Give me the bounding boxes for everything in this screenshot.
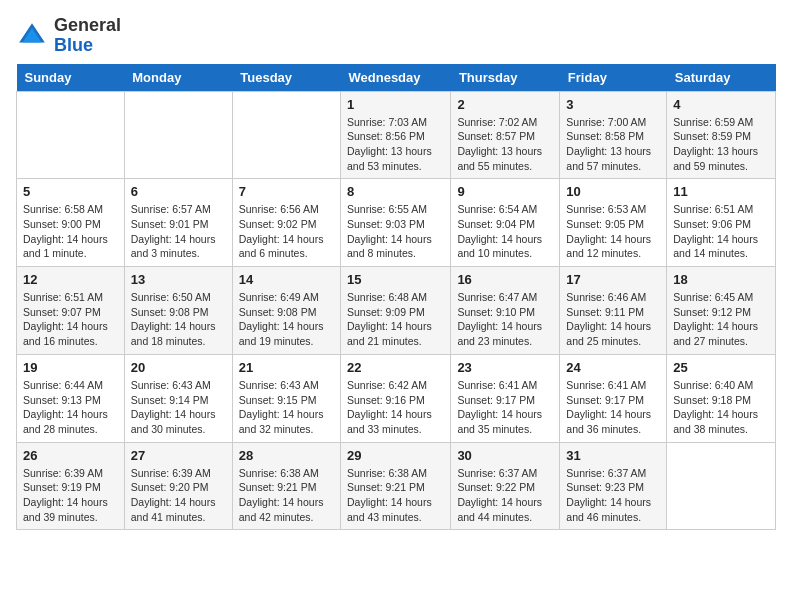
day-info: Sunrise: 6:45 AM Sunset: 9:12 PM Dayligh… [673,290,769,349]
calendar-cell: 8Sunrise: 6:55 AM Sunset: 9:03 PM Daylig… [341,179,451,267]
calendar-cell: 1Sunrise: 7:03 AM Sunset: 8:56 PM Daylig… [341,91,451,179]
day-info: Sunrise: 6:48 AM Sunset: 9:09 PM Dayligh… [347,290,444,349]
logo-general: General [54,15,121,35]
calendar-cell: 9Sunrise: 6:54 AM Sunset: 9:04 PM Daylig… [451,179,560,267]
day-number: 27 [131,448,226,463]
weekday-header-saturday: Saturday [667,64,776,92]
day-number: 25 [673,360,769,375]
day-info: Sunrise: 7:00 AM Sunset: 8:58 PM Dayligh… [566,115,660,174]
week-row-2: 5Sunrise: 6:58 AM Sunset: 9:00 PM Daylig… [17,179,776,267]
day-number: 4 [673,97,769,112]
day-info: Sunrise: 6:57 AM Sunset: 9:01 PM Dayligh… [131,202,226,261]
calendar-cell: 27Sunrise: 6:39 AM Sunset: 9:20 PM Dayli… [124,442,232,530]
day-number: 19 [23,360,118,375]
calendar-cell [17,91,125,179]
day-info: Sunrise: 6:38 AM Sunset: 9:21 PM Dayligh… [347,466,444,525]
weekday-header-wednesday: Wednesday [341,64,451,92]
weekday-header-monday: Monday [124,64,232,92]
calendar-cell: 20Sunrise: 6:43 AM Sunset: 9:14 PM Dayli… [124,354,232,442]
day-number: 9 [457,184,553,199]
calendar-cell: 29Sunrise: 6:38 AM Sunset: 9:21 PM Dayli… [341,442,451,530]
calendar-cell: 5Sunrise: 6:58 AM Sunset: 9:00 PM Daylig… [17,179,125,267]
day-info: Sunrise: 6:37 AM Sunset: 9:22 PM Dayligh… [457,466,553,525]
day-info: Sunrise: 7:03 AM Sunset: 8:56 PM Dayligh… [347,115,444,174]
day-number: 29 [347,448,444,463]
day-number: 30 [457,448,553,463]
calendar-cell: 31Sunrise: 6:37 AM Sunset: 9:23 PM Dayli… [560,442,667,530]
day-info: Sunrise: 6:42 AM Sunset: 9:16 PM Dayligh… [347,378,444,437]
calendar-cell: 30Sunrise: 6:37 AM Sunset: 9:22 PM Dayli… [451,442,560,530]
day-number: 28 [239,448,334,463]
day-number: 21 [239,360,334,375]
calendar-cell: 4Sunrise: 6:59 AM Sunset: 8:59 PM Daylig… [667,91,776,179]
calendar-cell: 16Sunrise: 6:47 AM Sunset: 9:10 PM Dayli… [451,267,560,355]
day-info: Sunrise: 6:40 AM Sunset: 9:18 PM Dayligh… [673,378,769,437]
week-row-1: 1Sunrise: 7:03 AM Sunset: 8:56 PM Daylig… [17,91,776,179]
calendar-cell: 14Sunrise: 6:49 AM Sunset: 9:08 PM Dayli… [232,267,340,355]
weekday-header-sunday: Sunday [17,64,125,92]
logo-text: General Blue [54,16,121,56]
calendar-cell: 15Sunrise: 6:48 AM Sunset: 9:09 PM Dayli… [341,267,451,355]
weekday-header-friday: Friday [560,64,667,92]
day-number: 15 [347,272,444,287]
day-number: 3 [566,97,660,112]
day-info: Sunrise: 6:38 AM Sunset: 9:21 PM Dayligh… [239,466,334,525]
calendar-cell: 6Sunrise: 6:57 AM Sunset: 9:01 PM Daylig… [124,179,232,267]
weekday-header-tuesday: Tuesday [232,64,340,92]
day-number: 13 [131,272,226,287]
calendar-cell: 10Sunrise: 6:53 AM Sunset: 9:05 PM Dayli… [560,179,667,267]
calendar-cell: 19Sunrise: 6:44 AM Sunset: 9:13 PM Dayli… [17,354,125,442]
calendar-cell: 26Sunrise: 6:39 AM Sunset: 9:19 PM Dayli… [17,442,125,530]
calendar-cell: 22Sunrise: 6:42 AM Sunset: 9:16 PM Dayli… [341,354,451,442]
day-info: Sunrise: 7:02 AM Sunset: 8:57 PM Dayligh… [457,115,553,174]
day-number: 31 [566,448,660,463]
day-info: Sunrise: 6:51 AM Sunset: 9:07 PM Dayligh… [23,290,118,349]
calendar-cell: 17Sunrise: 6:46 AM Sunset: 9:11 PM Dayli… [560,267,667,355]
day-info: Sunrise: 6:39 AM Sunset: 9:20 PM Dayligh… [131,466,226,525]
weekday-header-row: SundayMondayTuesdayWednesdayThursdayFrid… [17,64,776,92]
calendar-cell: 25Sunrise: 6:40 AM Sunset: 9:18 PM Dayli… [667,354,776,442]
day-number: 20 [131,360,226,375]
day-number: 5 [23,184,118,199]
day-number: 8 [347,184,444,199]
calendar-table: SundayMondayTuesdayWednesdayThursdayFrid… [16,64,776,531]
day-info: Sunrise: 6:43 AM Sunset: 9:15 PM Dayligh… [239,378,334,437]
day-number: 2 [457,97,553,112]
day-number: 24 [566,360,660,375]
day-info: Sunrise: 6:51 AM Sunset: 9:06 PM Dayligh… [673,202,769,261]
calendar-cell: 2Sunrise: 7:02 AM Sunset: 8:57 PM Daylig… [451,91,560,179]
calendar-cell: 24Sunrise: 6:41 AM Sunset: 9:17 PM Dayli… [560,354,667,442]
weekday-header-thursday: Thursday [451,64,560,92]
day-number: 18 [673,272,769,287]
calendar-cell [124,91,232,179]
calendar-cell: 28Sunrise: 6:38 AM Sunset: 9:21 PM Dayli… [232,442,340,530]
day-number: 6 [131,184,226,199]
day-info: Sunrise: 6:37 AM Sunset: 9:23 PM Dayligh… [566,466,660,525]
day-info: Sunrise: 6:55 AM Sunset: 9:03 PM Dayligh… [347,202,444,261]
calendar-cell: 13Sunrise: 6:50 AM Sunset: 9:08 PM Dayli… [124,267,232,355]
day-number: 17 [566,272,660,287]
day-info: Sunrise: 6:54 AM Sunset: 9:04 PM Dayligh… [457,202,553,261]
calendar-cell: 3Sunrise: 7:00 AM Sunset: 8:58 PM Daylig… [560,91,667,179]
day-info: Sunrise: 6:44 AM Sunset: 9:13 PM Dayligh… [23,378,118,437]
calendar-cell: 12Sunrise: 6:51 AM Sunset: 9:07 PM Dayli… [17,267,125,355]
logo: General Blue [16,16,121,56]
day-info: Sunrise: 6:56 AM Sunset: 9:02 PM Dayligh… [239,202,334,261]
day-info: Sunrise: 6:58 AM Sunset: 9:00 PM Dayligh… [23,202,118,261]
day-number: 16 [457,272,553,287]
day-info: Sunrise: 6:46 AM Sunset: 9:11 PM Dayligh… [566,290,660,349]
page-header: General Blue [16,16,776,56]
day-number: 7 [239,184,334,199]
day-number: 26 [23,448,118,463]
day-info: Sunrise: 6:43 AM Sunset: 9:14 PM Dayligh… [131,378,226,437]
day-info: Sunrise: 6:49 AM Sunset: 9:08 PM Dayligh… [239,290,334,349]
day-number: 23 [457,360,553,375]
day-number: 14 [239,272,334,287]
logo-blue: Blue [54,35,93,55]
day-info: Sunrise: 6:41 AM Sunset: 9:17 PM Dayligh… [457,378,553,437]
calendar-cell [667,442,776,530]
week-row-3: 12Sunrise: 6:51 AM Sunset: 9:07 PM Dayli… [17,267,776,355]
day-info: Sunrise: 6:41 AM Sunset: 9:17 PM Dayligh… [566,378,660,437]
day-number: 11 [673,184,769,199]
calendar-cell: 7Sunrise: 6:56 AM Sunset: 9:02 PM Daylig… [232,179,340,267]
